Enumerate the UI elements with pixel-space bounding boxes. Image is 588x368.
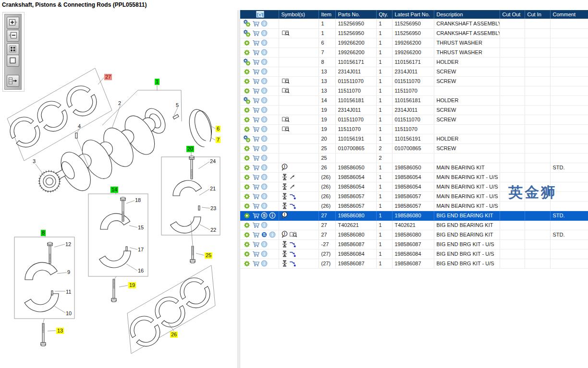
add-to-cart-icon[interactable] [252, 212, 259, 219]
table-row[interactable]: Si!271985860801198586080BIG END BEARING … [240, 230, 588, 239]
info-icon[interactable]: i [261, 222, 268, 228]
add-to-cart-icon[interactable] [252, 260, 259, 267]
table-row[interactable]: i11152569501115256950CRANKSHAFT ASSEMBLY [240, 19, 588, 28]
gear-icon[interactable] [243, 231, 251, 239]
info-icon[interactable]: i [261, 164, 268, 171]
info-icon[interactable]: i [261, 145, 268, 152]
gear-icon[interactable] [243, 77, 251, 85]
table-row[interactable]: i(27)1985860841198586084BIG END BRG KIT … [240, 249, 588, 259]
table-row[interactable]: i190115110701011511070SCREW [240, 115, 588, 124]
callout-8[interactable]: 8 [41, 230, 46, 236]
callout-26[interactable]: 26 [170, 332, 178, 338]
add-to-cart-icon[interactable] [252, 20, 259, 27]
add-to-cart-icon[interactable] [252, 193, 259, 200]
add-to-cart-icon[interactable] [252, 87, 259, 94]
dual-gear-icon[interactable] [243, 19, 251, 27]
table-row[interactable]: i132314J01112314J011SCREW [240, 67, 588, 76]
callout-19[interactable]: 19 [128, 282, 136, 288]
info-icon[interactable]: i [261, 260, 268, 267]
gear-icon[interactable] [243, 48, 251, 57]
add-to-cart-icon[interactable] [252, 241, 259, 248]
info-icon[interactable]: i [261, 241, 268, 248]
table-row[interactable]: i71992662001199266200THRUST WASHER [240, 47, 588, 57]
info-icon[interactable]: i [261, 97, 268, 104]
add-to-cart-icon[interactable] [252, 116, 259, 123]
add-to-cart-icon[interactable] [252, 97, 259, 104]
s-badge-icon[interactable]: S [261, 212, 268, 219]
gear-icon[interactable] [243, 183, 251, 191]
add-to-cart-icon[interactable] [252, 107, 259, 113]
gear-icon[interactable] [243, 260, 251, 268]
table-row[interactable]: i!261985860501198586050MAIN BEARING KITS… [240, 163, 588, 172]
gear-icon[interactable] [243, 125, 251, 133]
info-icon[interactable]: i [261, 154, 268, 161]
callout-27[interactable]: 27 [104, 74, 112, 80]
table-row[interactable]: i(26)1985860541198586054MAIN BEARING KIT… [240, 182, 588, 191]
gear-icon[interactable] [243, 68, 251, 76]
gear-icon[interactable] [243, 106, 251, 114]
info-icon[interactable]: i [261, 193, 268, 200]
gear-icon[interactable] [243, 240, 251, 249]
table-row[interactable]: i(26)1985860571198586057MAIN BEARING KIT… [240, 191, 588, 201]
info-icon[interactable]: i [261, 68, 268, 75]
gear-icon[interactable] [243, 39, 251, 47]
callout-7[interactable]: 7 [216, 137, 220, 143]
add-to-cart-icon[interactable] [252, 250, 259, 257]
table-row[interactable]: i201101561911110156191HOLDER [240, 134, 588, 143]
info-icon[interactable]: i [261, 20, 268, 27]
table-row[interactable]: i-271985860871198586087BIG END BRG KIT -… [240, 239, 588, 249]
gear-icon[interactable] [243, 192, 251, 201]
info-icon[interactable]: i [261, 49, 268, 56]
add-to-cart-icon[interactable] [252, 126, 259, 132]
table-row[interactable]: i61992662001199266200THRUST WASHER [240, 38, 588, 47]
dual-gear-icon[interactable] [243, 58, 251, 66]
add-to-cart-icon[interactable] [252, 59, 259, 65]
info-icon[interactable]: i [261, 116, 268, 123]
add-to-cart-icon[interactable] [252, 135, 259, 142]
info-icon[interactable]: i [261, 183, 268, 190]
add-to-cart-icon[interactable] [252, 39, 259, 46]
panel-toggle-button[interactable] [7, 75, 19, 87]
table-row[interactable]: i250107008652010700865SCREW [240, 143, 588, 153]
info-icon[interactable]: i [261, 30, 268, 36]
table-row[interactable]: i1911511070111511070 [240, 124, 588, 134]
callout-20[interactable]: 20 [186, 146, 194, 152]
add-to-cart-icon[interactable] [252, 174, 259, 180]
table-row[interactable]: i(27)1985860871198586087BIG END BRG KIT … [240, 259, 588, 268]
add-to-cart-icon[interactable] [252, 183, 259, 190]
tile-view-button[interactable] [7, 43, 19, 55]
info-icon[interactable]: i [261, 59, 268, 65]
info-icon[interactable]: i [261, 107, 268, 113]
info-icon[interactable]: i [261, 126, 268, 132]
add-to-cart-icon[interactable] [252, 202, 259, 209]
add-to-cart-icon[interactable] [252, 231, 259, 238]
gear-icon[interactable] [243, 221, 251, 229]
table-row[interactable]: i81101561711110156171HOLDER [240, 57, 588, 67]
gear-icon[interactable] [243, 164, 251, 172]
gear-icon[interactable] [243, 173, 251, 181]
add-to-cart-icon[interactable] [252, 222, 259, 228]
add-to-cart-icon[interactable] [252, 78, 259, 84]
callout-1[interactable]: 1 [155, 79, 159, 85]
info-icon[interactable]: i [261, 78, 268, 84]
callout-13[interactable]: 13 [56, 328, 64, 334]
gear-icon[interactable] [243, 154, 251, 162]
table-row[interactable]: i130115110701011511070SCREW [240, 76, 588, 86]
gear-icon[interactable] [243, 144, 251, 153]
gear-icon[interactable] [243, 116, 251, 124]
info-icon[interactable]: i [261, 174, 268, 180]
zoom-in-button[interactable] [7, 17, 19, 29]
table-row[interactable]: i(26)1985860541198586054MAIN BEARING KIT… [240, 172, 588, 182]
preview-search-icon[interactable] [256, 11, 266, 18]
dual-gear-icon[interactable] [243, 135, 251, 143]
gear-icon[interactable] [243, 87, 251, 95]
info-icon[interactable]: i [261, 250, 268, 257]
info-icon[interactable]: i [269, 231, 276, 238]
info-icon[interactable]: i [261, 39, 268, 46]
callout-25[interactable]: 25 [205, 252, 212, 259]
dual-gear-icon[interactable] [243, 96, 251, 105]
info-icon[interactable]: i [261, 135, 268, 142]
info-icon[interactable]: i [261, 202, 268, 209]
table-row[interactable]: i141101561811110156181HOLDER [240, 95, 588, 105]
fit-view-button[interactable] [7, 55, 19, 67]
